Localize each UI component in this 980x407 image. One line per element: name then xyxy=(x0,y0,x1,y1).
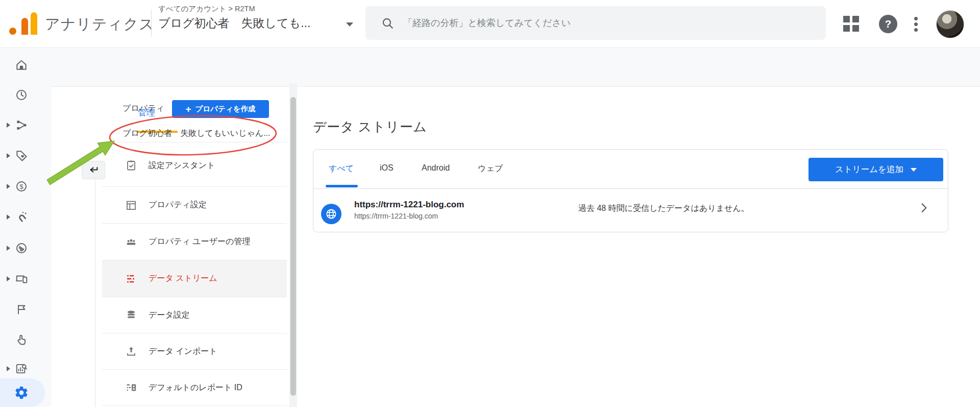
property-switcher[interactable]: ブログ初心者 失敗しても... xyxy=(158,15,310,31)
create-property-button[interactable]: + プロパティを作成 xyxy=(172,100,269,118)
monetization-icon[interactable]: $ xyxy=(15,180,28,193)
users-icon xyxy=(125,236,137,248)
account-avatar[interactable] xyxy=(936,10,964,38)
home-icon[interactable] xyxy=(15,58,28,71)
expand-caret-icon[interactable] xyxy=(7,246,10,251)
stream-row[interactable]: https://trrm-1221-blog.com https://trrm-… xyxy=(313,189,948,232)
column-divider xyxy=(95,180,95,407)
menu-item-data-streams[interactable]: データ ストリーム xyxy=(102,260,287,297)
stream-url[interactable]: https://trrm-1221-blog.com xyxy=(354,200,464,210)
help-icon[interactable]: ? xyxy=(879,15,897,33)
expand-caret-icon[interactable] xyxy=(7,184,10,189)
product-name: アナリティクス xyxy=(45,14,155,35)
clock-icon[interactable] xyxy=(15,88,28,102)
default-reporting-identity-icon xyxy=(125,381,137,394)
menu-item-property-user-management[interactable]: プロパティ ユーザーの管理 xyxy=(102,224,287,260)
property-column-label: プロパティ xyxy=(122,103,164,114)
expand-caret-icon[interactable] xyxy=(7,366,10,371)
header-divider xyxy=(151,9,152,37)
expand-caret-icon[interactable] xyxy=(7,153,10,158)
menu-item-label: データ インポート xyxy=(149,346,217,357)
ga-admin-page: アナリティクス すべてのアカウント > R2TM ブログ初心者 失敗しても...… xyxy=(0,0,980,407)
scrollbar-thumb[interactable] xyxy=(290,97,296,396)
analytics-logo-icon[interactable] xyxy=(31,12,37,35)
active-stream-tab-underline xyxy=(326,185,358,187)
create-property-label: プロパティを作成 xyxy=(195,104,256,114)
divider xyxy=(102,142,287,142)
devices-icon[interactable] xyxy=(15,272,28,285)
data-streams-card: すべて iOS Android ウェブ ストリームを追加 https://trr… xyxy=(313,149,948,232)
menu-item-label: データ ストリーム xyxy=(149,273,217,284)
search-bar[interactable] xyxy=(365,6,826,40)
admin-tab-band: 管理 ユーザー xyxy=(51,48,980,87)
menu-item-setup-assistant[interactable]: 設定アシスタント xyxy=(102,145,287,187)
stream-tab-web[interactable]: ウェブ xyxy=(478,163,503,174)
chevron-down-icon[interactable] xyxy=(346,22,353,27)
settings-gear-icon[interactable] xyxy=(14,385,29,400)
expand-caret-icon[interactable] xyxy=(7,214,10,220)
touch-hand-icon[interactable] xyxy=(15,333,28,347)
data-settings-icon xyxy=(125,309,137,321)
flag-icon[interactable] xyxy=(15,303,28,316)
plus-icon: + xyxy=(185,104,191,114)
menu-item-label: デフォルトのレポート ID xyxy=(149,382,242,393)
stream-sub-url: https://trrm-1221-blog.com xyxy=(354,212,438,220)
magnet-icon[interactable] xyxy=(15,210,28,224)
menu-item-label: プロパティ ユーザーの管理 xyxy=(149,236,250,247)
left-nav-rail: $ xyxy=(0,48,51,407)
tag-heart-icon[interactable] xyxy=(15,149,28,162)
chevron-right-icon[interactable] xyxy=(917,201,930,214)
kebab-menu-icon[interactable] xyxy=(914,17,918,32)
add-stream-button[interactable]: ストリームを追加 xyxy=(808,158,943,181)
web-stream-badge xyxy=(321,204,341,224)
stream-status: 過去 48 時間に受信したデータはありません。 xyxy=(578,203,749,214)
page-title: データ ストリーム xyxy=(313,118,427,136)
add-stream-label: ストリームを追加 xyxy=(835,164,903,175)
breadcrumb[interactable]: すべてのアカウント > R2TM xyxy=(158,4,255,14)
app-header: アナリティクス すべてのアカウント > R2TM ブログ初心者 失敗しても...… xyxy=(0,0,980,48)
expand-caret-icon[interactable] xyxy=(7,276,10,281)
menu-item-label: 設定アシスタント xyxy=(149,160,215,171)
menu-item-data-settings[interactable]: データ設定 xyxy=(102,297,287,333)
stream-tab-all[interactable]: すべて xyxy=(329,163,354,174)
back-arrow-icon xyxy=(88,164,99,176)
property-settings-icon xyxy=(125,199,137,211)
globe-icon xyxy=(325,207,338,221)
menu-item-label: プロパティ設定 xyxy=(149,200,207,210)
menu-item-data-import[interactable]: データ インポート xyxy=(102,333,287,370)
data-streams-icon xyxy=(125,273,137,285)
report-library-icon[interactable] xyxy=(15,362,28,375)
menu-item-default-reporting-identity[interactable]: デフォルトのレポート ID xyxy=(102,370,287,406)
lifecycle-network-icon[interactable] xyxy=(15,118,28,132)
chevron-down-icon xyxy=(911,168,917,172)
setup-assistant-icon xyxy=(125,159,137,172)
selected-property[interactable]: ブログ初心者 失敗してもいいじゃん... xyxy=(122,128,270,139)
analytics-logo-icon[interactable] xyxy=(21,18,28,35)
search-input[interactable] xyxy=(403,18,791,29)
menu-item-property-settings[interactable]: プロパティ設定 xyxy=(102,187,287,224)
apps-grid-icon[interactable] xyxy=(843,16,859,32)
menu-item-label: データ設定 xyxy=(149,310,190,321)
stream-tab-android[interactable]: Android xyxy=(422,163,450,173)
svg-text:$: $ xyxy=(19,183,23,190)
globe-icon[interactable] xyxy=(15,242,28,255)
expand-caret-icon[interactable] xyxy=(7,123,10,128)
search-icon xyxy=(381,16,394,30)
data-import-icon xyxy=(125,345,137,357)
stream-tab-ios[interactable]: iOS xyxy=(380,163,394,173)
analytics-logo-icon[interactable] xyxy=(9,28,16,35)
